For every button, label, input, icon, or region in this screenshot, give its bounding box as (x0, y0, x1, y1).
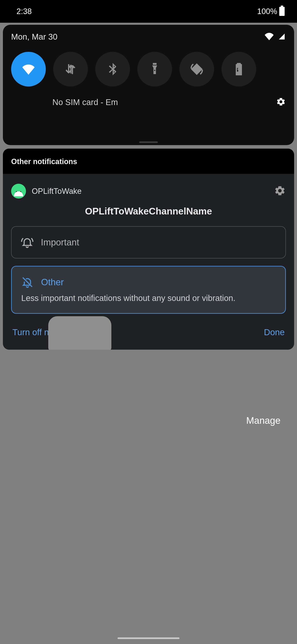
wifi-tile[interactable] (11, 52, 46, 86)
settings-icon[interactable] (276, 97, 286, 108)
qs-date: Mon, Mar 30 (11, 32, 57, 42)
carrier-text: No SIM card - Em (52, 98, 118, 107)
manage-button[interactable]: Manage (246, 415, 281, 426)
battery-saver-tile[interactable] (222, 52, 256, 86)
clock: 2:38 (16, 7, 32, 16)
battery-percentage: 100% (257, 7, 277, 16)
touch-ripple (48, 316, 111, 350)
section-header: Other notifications (3, 148, 294, 174)
option-important-label: Important (41, 237, 79, 248)
svg-rect-1 (238, 63, 240, 65)
panel-drag-handle[interactable] (139, 142, 158, 143)
bluetooth-tile[interactable] (95, 52, 130, 86)
channel-name: OPLiftToWakeChannelName (11, 206, 286, 217)
status-bar: 2:38 100% (0, 0, 297, 23)
option-other-description: Less important notifications without any… (21, 292, 276, 304)
notification-config-card: Other notifications OPLiftToWake OPLiftT… (3, 148, 294, 350)
wifi-status-icon (265, 33, 274, 41)
option-important[interactable]: Important (11, 226, 286, 258)
app-icon (11, 184, 26, 198)
quick-settings-panel: Mon, Mar 30 No SIM card (3, 25, 294, 145)
auto-rotate-tile[interactable] (179, 52, 214, 86)
bell-off-icon (21, 276, 34, 288)
notification-settings-icon[interactable] (274, 185, 286, 198)
bell-ring-icon (21, 236, 33, 248)
home-indicator[interactable] (118, 638, 179, 639)
qs-tile-row (11, 52, 286, 86)
cellular-signal-icon (278, 33, 286, 41)
done-button[interactable]: Done (264, 327, 285, 337)
mobile-data-tile[interactable] (53, 52, 88, 86)
option-other[interactable]: Other Less important notifications witho… (11, 266, 286, 314)
option-other-label: Other (41, 277, 64, 287)
flashlight-tile[interactable] (137, 52, 172, 86)
battery-icon (279, 7, 285, 16)
app-name: OPLiftToWake (32, 187, 81, 196)
